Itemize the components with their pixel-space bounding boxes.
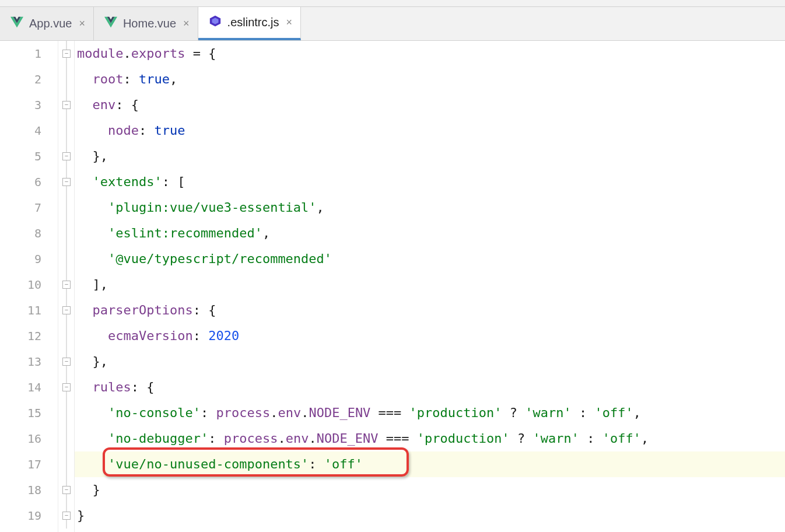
- fold-toggle-icon[interactable]: −: [62, 512, 71, 520]
- line-number: 7: [0, 195, 58, 220]
- vue-icon: [104, 16, 117, 31]
- toolbar-strip: [0, 0, 785, 7]
- fold-toggle-icon[interactable]: −: [62, 50, 71, 58]
- code-line[interactable]: node: true: [75, 118, 785, 144]
- code-line[interactable]: ecmaVersion: 2020: [75, 323, 785, 349]
- line-number: 6: [0, 169, 58, 195]
- line-number: 15: [0, 400, 58, 426]
- tab-label: App.vue: [29, 17, 72, 30]
- line-number: 14: [0, 374, 58, 400]
- line-number: 11: [0, 298, 58, 323]
- tab-label: Home.vue: [123, 17, 176, 30]
- line-number: 10: [0, 272, 58, 298]
- code-line[interactable]: ],: [75, 272, 785, 298]
- editor: 1 2 3 4 5 6 7 8 9 10 11 12 13 14 15 16 1…: [0, 41, 785, 532]
- tab-app-vue[interactable]: App.vue ×: [0, 7, 94, 40]
- line-number: 12: [0, 323, 58, 349]
- fold-toggle-icon[interactable]: −: [62, 358, 71, 366]
- line-number: 3: [0, 92, 58, 118]
- code-line[interactable]: root: true,: [75, 66, 785, 92]
- fold-toggle-icon[interactable]: −: [62, 101, 71, 109]
- line-number-gutter: 1 2 3 4 5 6 7 8 9 10 11 12 13 14 15 16 1…: [0, 41, 58, 532]
- code-line[interactable]: '@vue/typescript/recommended': [75, 246, 785, 272]
- code-line[interactable]: },: [75, 144, 785, 169]
- close-icon[interactable]: ×: [285, 16, 293, 29]
- tab-eslintrc[interactable]: .eslintrc.js ×: [198, 7, 301, 40]
- code-line[interactable]: }: [75, 503, 785, 528]
- line-number: 18: [0, 477, 58, 503]
- fold-gutter: − − − − − − − − − −: [58, 41, 75, 532]
- code-line[interactable]: 'eslint:recommended',: [75, 220, 785, 246]
- vue-icon: [10, 16, 23, 31]
- code-line[interactable]: 'no-console': process.env.NODE_ENV === '…: [75, 400, 785, 426]
- line-number: 2: [0, 66, 58, 92]
- fold-toggle-icon[interactable]: −: [62, 486, 71, 494]
- tab-home-vue[interactable]: Home.vue ×: [94, 7, 198, 40]
- tab-label: .eslintrc.js: [227, 16, 279, 29]
- editor-tabs: App.vue × Home.vue × .eslintrc.js ×: [0, 7, 785, 41]
- code-area[interactable]: module.exports = { root: true, env: { no…: [75, 41, 785, 532]
- fold-toggle-icon[interactable]: −: [62, 178, 71, 186]
- code-line[interactable]: },: [75, 349, 785, 374]
- code-line[interactable]: module.exports = {: [75, 41, 785, 66]
- fold-toggle-icon[interactable]: −: [62, 306, 71, 314]
- line-number: 4: [0, 118, 58, 144]
- line-number: 19: [0, 503, 58, 528]
- line-number: 9: [0, 246, 58, 272]
- fold-toggle-icon[interactable]: −: [62, 152, 71, 160]
- code-line[interactable]: 'no-debugger': process.env.NODE_ENV === …: [75, 426, 785, 452]
- code-line[interactable]: }: [75, 477, 785, 503]
- line-number: 8: [0, 220, 58, 246]
- code-line[interactable]: 'plugin:vue/vue3-essential',: [75, 195, 785, 220]
- fold-toggle-icon[interactable]: −: [62, 383, 71, 391]
- code-line[interactable]: env: {: [75, 92, 785, 118]
- line-number: 13: [0, 349, 58, 374]
- code-line[interactable]: rules: {: [75, 374, 785, 400]
- eslint-icon: [209, 15, 222, 30]
- close-icon[interactable]: ×: [182, 18, 191, 30]
- code-line[interactable]: 'extends': [: [75, 169, 785, 195]
- fold-toggle-icon[interactable]: −: [62, 281, 71, 289]
- code-line[interactable]: 'vue/no-unused-components': 'off': [75, 452, 785, 477]
- line-number: 5: [0, 144, 58, 169]
- line-number: 16: [0, 426, 58, 452]
- close-icon[interactable]: ×: [78, 18, 86, 30]
- code-line[interactable]: parserOptions: {: [75, 298, 785, 323]
- line-number: 1: [0, 41, 58, 66]
- line-number: 17: [0, 452, 58, 477]
